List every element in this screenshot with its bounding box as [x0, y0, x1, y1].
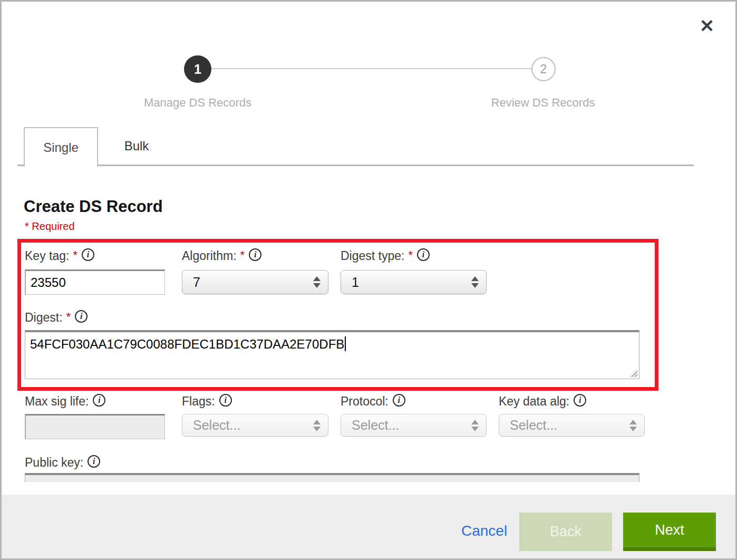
digest-type-select-value: 1 [352, 275, 359, 290]
tab-underline [17, 165, 694, 166]
protocol-select-value: Select... [352, 418, 399, 433]
close-icon[interactable]: ✕ [695, 14, 719, 37]
select-arrows-icon [471, 420, 479, 431]
back-button[interactable]: Back [519, 513, 612, 551]
key-tag-label: Key tag: * i [25, 249, 94, 263]
select-arrows-icon [313, 420, 321, 431]
info-icon[interactable]: i [249, 248, 261, 261]
create-ds-record-dialog: ✕ 1 2 Manage DS Records Review DS Record… [0, 0, 737, 560]
required-star-icon: * [73, 249, 77, 261]
digest-label-text: Digest: [25, 311, 63, 325]
required-star-icon: * [66, 311, 71, 323]
stepper-connector [211, 68, 531, 69]
public-key-label: Public key: i [25, 456, 100, 470]
key-data-alg-select[interactable]: Select... [499, 414, 645, 437]
max-sig-life-label: Max sig life: i [25, 394, 105, 409]
flags-label-text: Flags: [182, 394, 215, 409]
key-data-alg-label: Key data alg: i [499, 394, 586, 409]
tab-single[interactable]: Single [24, 127, 98, 167]
public-key-label-text: Public key: [25, 456, 83, 470]
step-1-circle: 1 [184, 55, 211, 83]
algorithm-select-value: 7 [193, 275, 200, 290]
key-tag-label-text: Key tag: [25, 249, 69, 263]
digest-label: Digest: * i [25, 311, 88, 325]
key-data-alg-label-text: Key data alg: [499, 394, 569, 409]
info-icon[interactable]: i [75, 310, 88, 323]
info-icon[interactable]: i [88, 455, 100, 468]
key-data-alg-select-value: Select... [510, 418, 557, 433]
info-icon[interactable]: i [574, 394, 586, 407]
info-icon[interactable]: i [219, 394, 232, 407]
protocol-label: Protocol: i [341, 394, 405, 409]
step-1-label: Manage DS Records [129, 96, 266, 110]
digest-textarea-value: 54FCF030AA1C79C0088FDEC1BD1C37DAA2E70DFB [30, 337, 344, 351]
step-2-label: Review DS Records [474, 96, 612, 110]
flags-select[interactable]: Select... [182, 414, 328, 437]
algorithm-label: Algorithm: * i [182, 249, 261, 263]
select-arrows-icon [629, 420, 637, 431]
select-arrows-icon [471, 276, 479, 288]
resize-handle-icon[interactable] [629, 369, 637, 377]
algorithm-label-text: Algorithm: [182, 249, 237, 263]
digest-type-select[interactable]: 1 [341, 270, 487, 294]
info-icon[interactable]: i [417, 248, 430, 261]
step-2-circle: 2 [531, 57, 556, 81]
digest-type-label-text: Digest type: [341, 249, 404, 263]
flags-select-value: Select... [193, 418, 240, 433]
select-arrows-icon [313, 276, 321, 288]
next-button[interactable]: Next [623, 513, 716, 551]
required-note: * Required [25, 220, 75, 233]
required-star-icon: * [240, 249, 245, 261]
digest-textarea[interactable]: 54FCF030AA1C79C0088FDEC1BD1C37DAA2E70DFB [25, 330, 639, 379]
page-title: Create DS Record [24, 197, 163, 216]
info-icon[interactable]: i [93, 394, 105, 407]
required-star-icon: * [408, 249, 413, 261]
key-tag-input[interactable] [25, 269, 165, 295]
algorithm-select[interactable]: 7 [182, 270, 328, 294]
cancel-button[interactable]: Cancel [461, 523, 507, 539]
protocol-label-text: Protocol: [341, 394, 389, 409]
tab-bulk[interactable]: Bulk [98, 127, 175, 165]
public-key-textarea[interactable] [25, 473, 639, 482]
max-sig-life-input[interactable] [25, 414, 165, 439]
text-cursor [345, 336, 346, 351]
protocol-select[interactable]: Select... [341, 414, 487, 437]
max-sig-life-label-text: Max sig life: [25, 394, 89, 409]
info-icon[interactable]: i [393, 394, 405, 407]
digest-type-label: Digest type: * i [341, 249, 430, 263]
info-icon[interactable]: i [82, 248, 94, 261]
flags-label: Flags: i [182, 394, 232, 409]
